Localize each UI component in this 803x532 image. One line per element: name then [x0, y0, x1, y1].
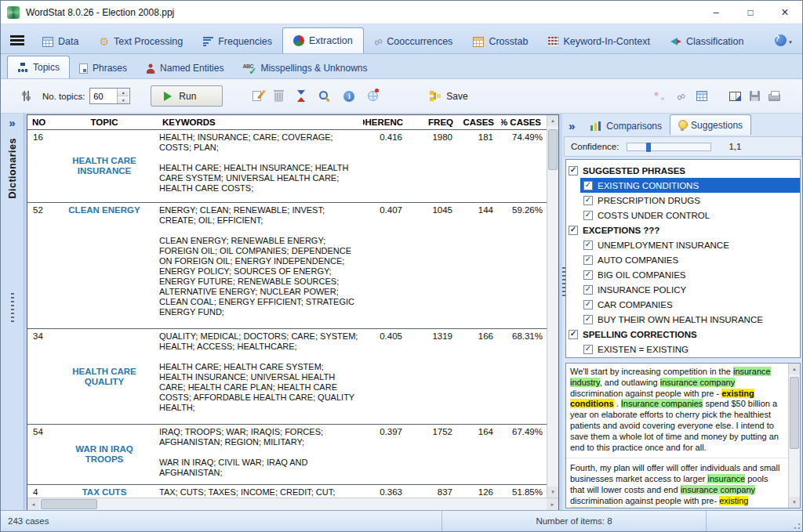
confidence-slider[interactable]: [627, 143, 711, 151]
edit-icon[interactable]: [253, 91, 261, 101]
cases-value: 181: [460, 130, 501, 202]
column-header-cases[interactable]: CASES: [460, 118, 501, 127]
spin-down-icon[interactable]: ▼: [118, 96, 129, 103]
tree-item-existing-conditions[interactable]: EXISTING CONDITIONS: [580, 178, 800, 193]
help-button[interactable]: [775, 33, 793, 47]
save-file-icon[interactable]: [750, 91, 760, 101]
table-vertical-scrollbar[interactable]: ▲ ▼: [547, 115, 558, 498]
splitter-handle[interactable]: [11, 293, 14, 323]
search-document-icon[interactable]: [319, 91, 330, 102]
tree-item-buy-their-own-health-insurance[interactable]: BUY THEIR OWN HEALTH INSURANCE: [580, 312, 800, 327]
subtab-misspellings-unknowns[interactable]: Misspellings & Unknowns: [233, 58, 376, 78]
scroll-down-icon[interactable]: ▼: [547, 487, 558, 498]
table-horizontal-scrollbar[interactable]: ◄ ►: [27, 498, 558, 510]
info-icon[interactable]: [343, 91, 354, 102]
checkbox[interactable]: [583, 196, 593, 205]
tree-item-spelling-corrections[interactable]: SPELLING CORRECTIONS: [566, 327, 800, 342]
subtab-phrases[interactable]: Phrases: [70, 58, 136, 78]
scroll-left-icon[interactable]: ◄: [27, 498, 39, 510]
checkbox[interactable]: [583, 285, 593, 295]
scrollbar-thumb[interactable]: [790, 377, 799, 449]
column-header-cases[interactable]: % CASES: [501, 118, 548, 127]
collapse-icon[interactable]: [9, 116, 15, 130]
tab-keyword-in-context[interactable]: Keyword-In-Context: [538, 30, 659, 53]
cases-value: 164: [460, 425, 501, 484]
panel-tab-suggestions[interactable]: Suggestions: [670, 114, 751, 135]
run-button[interactable]: Run: [151, 85, 223, 107]
scroll-down-icon[interactable]: ▼: [789, 497, 800, 508]
splitter-handle[interactable]: [562, 267, 565, 297]
checkbox[interactable]: [583, 300, 593, 309]
column-header-freq[interactable]: FREQ: [410, 118, 460, 127]
table-row[interactable]: 34HEALTH CARE QUALITYQUALITY; MEDICAL; D…: [27, 329, 558, 425]
tab-cooccurrences[interactable]: Cooccurrences: [364, 30, 463, 53]
merge-icon[interactable]: [296, 90, 306, 102]
spin-up-icon[interactable]: ▲: [118, 89, 129, 96]
save-button[interactable]: Save: [430, 91, 467, 102]
column-header-topic[interactable]: TOPIC: [51, 118, 158, 127]
preview-scrollbar[interactable]: ▲ ▼: [788, 364, 800, 508]
checkbox[interactable]: [583, 270, 593, 280]
tree-item-auto-companies[interactable]: AUTO COMPANIES: [580, 252, 800, 267]
settings-sliders-icon[interactable]: [21, 91, 31, 101]
tree-item-insurance-policy[interactable]: INSURANCE POLICY: [580, 282, 800, 297]
no-topics-stepper[interactable]: ▲ ▼: [89, 88, 130, 104]
checkbox[interactable]: [569, 226, 578, 235]
scrollbar-thumb[interactable]: [41, 499, 97, 509]
spellcheck-icon: [242, 63, 256, 74]
checkbox[interactable]: [583, 241, 593, 250]
checkbox[interactable]: [569, 166, 578, 176]
close-button[interactable]: [768, 1, 802, 24]
tab-data[interactable]: Data: [32, 30, 89, 53]
panel-tab-comparisons[interactable]: Comparisons: [583, 118, 670, 135]
run-play-icon: [164, 92, 172, 101]
tree-item-existen-existing[interactable]: EXISTEN = EXISTING: [580, 342, 800, 356]
scrollbar-thumb[interactable]: [548, 129, 558, 170]
subtab-topics[interactable]: Topics: [7, 56, 70, 78]
globe-pin-icon[interactable]: [368, 91, 378, 101]
tree-item-exceptions[interactable]: EXCEPTIONS ???: [566, 223, 800, 237]
tree-item-big-oil-companies[interactable]: BIG OIL COMPANIES: [580, 267, 800, 282]
checkbox[interactable]: [583, 315, 593, 324]
tree-item-prescription-drugs[interactable]: PRESCRIPTION DRUGS: [580, 193, 800, 208]
subtab-named-entities[interactable]: Named Entities: [136, 58, 233, 78]
export-report-icon[interactable]: [729, 92, 741, 101]
freq-value: 1980: [410, 130, 460, 202]
tree-item-costs-under-control[interactable]: COSTS UNDER CONTROL: [580, 208, 800, 223]
delete-icon[interactable]: [274, 92, 283, 102]
column-header-coherenc[interactable]: COHERENC: [363, 118, 410, 127]
checkbox[interactable]: [583, 211, 593, 220]
tree-item-suggested-phrases[interactable]: SUGGESTED PHRASES: [566, 163, 800, 178]
tab-text-processing[interactable]: Text Processing: [89, 30, 193, 53]
scroll-right-icon[interactable]: ►: [547, 498, 558, 510]
resize-grip[interactable]: [791, 520, 801, 530]
named-entities-icon: [146, 63, 155, 74]
checkbox[interactable]: [583, 181, 593, 190]
table-row[interactable]: 54WAR IN IRAQ TROOPSIRAQ; TROOPS; WAR; I…: [27, 425, 558, 485]
sparkles-icon[interactable]: [652, 91, 666, 102]
slider-thumb[interactable]: [646, 143, 651, 152]
column-header-keywords[interactable]: KEYWORDS: [158, 118, 363, 127]
column-header-no[interactable]: NO: [27, 118, 51, 127]
minimize-button[interactable]: [699, 1, 733, 24]
scroll-up-icon[interactable]: ▲: [789, 364, 800, 375]
print-icon[interactable]: [768, 91, 780, 101]
tab-frequencies[interactable]: Frequencies: [193, 30, 282, 53]
table-row[interactable]: 52CLEAN ENERGYENERGY; CLEAN; RENEWABLE; …: [27, 203, 558, 329]
link-icon[interactable]: [677, 92, 685, 101]
collapse-icon[interactable]: [569, 119, 575, 133]
tab-crosstab[interactable]: Crosstab: [463, 30, 538, 53]
checkbox[interactable]: [583, 345, 593, 354]
checkbox[interactable]: [569, 330, 578, 339]
scroll-up-icon[interactable]: ▲: [547, 115, 558, 126]
table-row[interactable]: 16HEALTH CARE INSURANCEHEALTH; INSURANCE…: [27, 130, 558, 203]
grid-icon[interactable]: [696, 91, 707, 101]
no-topics-input[interactable]: [90, 89, 117, 103]
tab-classification[interactable]: Classification: [660, 30, 754, 53]
hamburger-icon[interactable]: [10, 35, 24, 45]
tree-item-car-companies[interactable]: CAR COMPANIES: [580, 297, 800, 312]
checkbox[interactable]: [583, 255, 593, 265]
maximize-button[interactable]: [733, 1, 768, 24]
tree-item-unemployment-insurance[interactable]: UNEMPLOYMENT INSURANCE: [580, 237, 800, 252]
tab-extraction[interactable]: Extraction: [282, 27, 364, 53]
